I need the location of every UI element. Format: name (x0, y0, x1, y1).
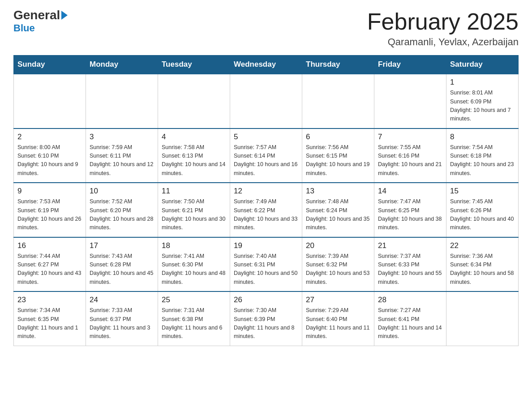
day-info: Sunrise: 7:50 AMSunset: 6:21 PMDaylight:… (162, 197, 226, 232)
day-number: 25 (162, 295, 226, 304)
day-number: 10 (90, 187, 154, 196)
day-number: 19 (234, 241, 298, 250)
day-info: Sunrise: 7:57 AMSunset: 6:14 PMDaylight:… (234, 143, 298, 178)
day-info: Sunrise: 7:43 AMSunset: 6:28 PMDaylight:… (90, 252, 154, 287)
day-cell-25: 25Sunrise: 7:31 AMSunset: 6:38 PMDayligh… (158, 291, 230, 346)
day-cell-1: 1Sunrise: 8:01 AMSunset: 6:09 PMDaylight… (446, 74, 519, 128)
day-number: 6 (306, 133, 370, 141)
weekday-row: SundayMondayTuesdayWednesdayThursdayFrid… (14, 56, 519, 74)
week-row-2: 2Sunrise: 8:00 AMSunset: 6:10 PMDaylight… (14, 128, 519, 183)
weekday-header-monday: Monday (86, 56, 158, 74)
day-number: 26 (234, 295, 298, 304)
day-number: 1 (450, 78, 515, 87)
day-info: Sunrise: 7:58 AMSunset: 6:13 PMDaylight:… (162, 143, 226, 178)
day-info: Sunrise: 7:31 AMSunset: 6:38 PMDaylight:… (162, 306, 226, 341)
week-row-4: 16Sunrise: 7:44 AMSunset: 6:27 PMDayligh… (14, 237, 519, 292)
weekday-header-saturday: Saturday (446, 56, 519, 74)
day-cell-4: 4Sunrise: 7:58 AMSunset: 6:13 PMDaylight… (158, 128, 230, 183)
day-info: Sunrise: 7:37 AMSunset: 6:33 PMDaylight:… (378, 252, 442, 287)
empty-cell (230, 74, 302, 128)
day-cell-5: 5Sunrise: 7:57 AMSunset: 6:14 PMDaylight… (230, 128, 302, 183)
day-info: Sunrise: 7:55 AMSunset: 6:16 PMDaylight:… (378, 143, 442, 178)
title-block: February 2025 Qaramanli, Yevlax, Azerbai… (367, 9, 519, 48)
weekday-header-thursday: Thursday (302, 56, 374, 74)
logo-arrow-icon (61, 11, 68, 20)
day-info: Sunrise: 7:29 AMSunset: 6:40 PMDaylight:… (306, 306, 370, 341)
day-cell-10: 10Sunrise: 7:52 AMSunset: 6:20 PMDayligh… (86, 183, 158, 237)
day-cell-11: 11Sunrise: 7:50 AMSunset: 6:21 PMDayligh… (158, 183, 230, 237)
day-cell-2: 2Sunrise: 8:00 AMSunset: 6:10 PMDaylight… (14, 128, 86, 183)
day-number: 9 (17, 187, 82, 196)
day-number: 4 (162, 133, 226, 141)
week-row-1: 1Sunrise: 8:01 AMSunset: 6:09 PMDaylight… (14, 74, 519, 128)
day-info: Sunrise: 7:30 AMSunset: 6:39 PMDaylight:… (234, 306, 298, 341)
day-number: 22 (450, 241, 515, 250)
day-info: Sunrise: 7:39 AMSunset: 6:32 PMDaylight:… (306, 252, 370, 287)
empty-cell (158, 74, 230, 128)
day-cell-13: 13Sunrise: 7:48 AMSunset: 6:24 PMDayligh… (302, 183, 374, 237)
day-number: 24 (90, 295, 154, 304)
day-info: Sunrise: 8:01 AMSunset: 6:09 PMDaylight:… (450, 89, 515, 124)
day-cell-15: 15Sunrise: 7:45 AMSunset: 6:26 PMDayligh… (446, 183, 519, 237)
calendar-header: SundayMondayTuesdayWednesdayThursdayFrid… (14, 56, 519, 74)
logo: General Blue (13, 9, 68, 34)
day-info: Sunrise: 7:49 AMSunset: 6:22 PMDaylight:… (234, 197, 298, 232)
day-number: 20 (306, 241, 370, 250)
day-number: 2 (17, 133, 82, 141)
day-cell-22: 22Sunrise: 7:36 AMSunset: 6:34 PMDayligh… (446, 237, 519, 292)
day-number: 21 (378, 241, 442, 250)
empty-cell (86, 74, 158, 128)
calendar: SundayMondayTuesdayWednesdayThursdayFrid… (13, 55, 519, 346)
day-number: 13 (306, 187, 370, 196)
day-number: 14 (378, 187, 442, 196)
empty-cell (446, 291, 519, 346)
day-info: Sunrise: 7:34 AMSunset: 6:35 PMDaylight:… (17, 306, 82, 341)
day-number: 23 (17, 295, 82, 304)
day-number: 18 (162, 241, 226, 250)
day-info: Sunrise: 7:36 AMSunset: 6:34 PMDaylight:… (450, 252, 515, 287)
day-info: Sunrise: 7:52 AMSunset: 6:20 PMDaylight:… (90, 197, 154, 232)
logo-blue: Blue (13, 22, 35, 34)
day-info: Sunrise: 7:59 AMSunset: 6:11 PMDaylight:… (90, 143, 154, 178)
day-cell-24: 24Sunrise: 7:33 AMSunset: 6:37 PMDayligh… (86, 291, 158, 346)
day-number: 8 (450, 133, 515, 141)
weekday-header-friday: Friday (374, 56, 446, 74)
day-cell-20: 20Sunrise: 7:39 AMSunset: 6:32 PMDayligh… (302, 237, 374, 292)
day-number: 11 (162, 187, 226, 196)
day-cell-9: 9Sunrise: 7:53 AMSunset: 6:19 PMDaylight… (14, 183, 86, 237)
day-info: Sunrise: 7:33 AMSunset: 6:37 PMDaylight:… (90, 306, 154, 341)
day-cell-12: 12Sunrise: 7:49 AMSunset: 6:22 PMDayligh… (230, 183, 302, 237)
day-cell-3: 3Sunrise: 7:59 AMSunset: 6:11 PMDaylight… (86, 128, 158, 183)
day-cell-18: 18Sunrise: 7:41 AMSunset: 6:30 PMDayligh… (158, 237, 230, 292)
logo-general: General (13, 9, 60, 21)
day-number: 16 (17, 241, 82, 250)
week-row-5: 23Sunrise: 7:34 AMSunset: 6:35 PMDayligh… (14, 291, 519, 346)
location: Qaramanli, Yevlax, Azerbaijan (367, 36, 519, 48)
day-number: 3 (90, 133, 154, 141)
day-info: Sunrise: 7:45 AMSunset: 6:26 PMDaylight:… (450, 197, 515, 232)
week-row-3: 9Sunrise: 7:53 AMSunset: 6:19 PMDaylight… (14, 183, 519, 237)
day-number: 27 (306, 295, 370, 304)
day-cell-21: 21Sunrise: 7:37 AMSunset: 6:33 PMDayligh… (374, 237, 446, 292)
day-cell-27: 27Sunrise: 7:29 AMSunset: 6:40 PMDayligh… (302, 291, 374, 346)
month-title: February 2025 (367, 9, 519, 34)
day-info: Sunrise: 7:41 AMSunset: 6:30 PMDaylight:… (162, 252, 226, 287)
day-info: Sunrise: 7:27 AMSunset: 6:41 PMDaylight:… (378, 306, 442, 341)
day-cell-23: 23Sunrise: 7:34 AMSunset: 6:35 PMDayligh… (14, 291, 86, 346)
day-info: Sunrise: 7:54 AMSunset: 6:18 PMDaylight:… (450, 143, 515, 178)
weekday-header-tuesday: Tuesday (158, 56, 230, 74)
calendar-body: 1Sunrise: 8:01 AMSunset: 6:09 PMDaylight… (14, 74, 519, 346)
day-info: Sunrise: 7:47 AMSunset: 6:25 PMDaylight:… (378, 197, 442, 232)
day-number: 7 (378, 133, 442, 141)
day-cell-19: 19Sunrise: 7:40 AMSunset: 6:31 PMDayligh… (230, 237, 302, 292)
day-info: Sunrise: 7:53 AMSunset: 6:19 PMDaylight:… (17, 197, 82, 232)
day-cell-17: 17Sunrise: 7:43 AMSunset: 6:28 PMDayligh… (86, 237, 158, 292)
empty-cell (14, 74, 86, 128)
day-number: 28 (378, 295, 442, 304)
day-number: 15 (450, 187, 515, 196)
day-cell-28: 28Sunrise: 7:27 AMSunset: 6:41 PMDayligh… (374, 291, 446, 346)
empty-cell (302, 74, 374, 128)
day-info: Sunrise: 7:56 AMSunset: 6:15 PMDaylight:… (306, 143, 370, 178)
page-header: General Blue February 2025 Qaramanli, Ye… (13, 9, 519, 48)
day-info: Sunrise: 7:48 AMSunset: 6:24 PMDaylight:… (306, 197, 370, 232)
